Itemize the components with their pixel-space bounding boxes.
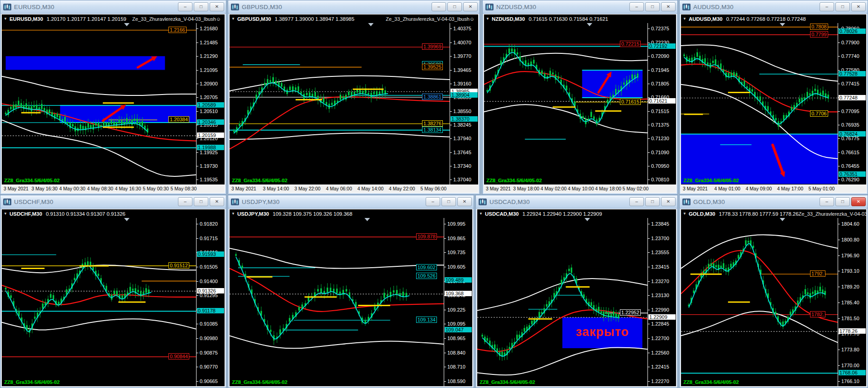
close-button[interactable]: ✕	[457, 197, 472, 206]
price-level-label[interactable]: 1.38134	[422, 127, 443, 133]
symbol-dropdown-caret[interactable]: ▼	[683, 212, 686, 216]
scale-tick: 1.23415	[648, 264, 669, 270]
price-level-label[interactable]: 109.602	[416, 264, 437, 270]
shift-end-marker[interactable]	[780, 218, 785, 221]
price-scale[interactable]: 1804.601800.801796.901793.101789.201785.…	[838, 218, 866, 386]
chart-window-icon	[3, 4, 11, 10]
shift-end-marker[interactable]	[364, 218, 370, 221]
close-button[interactable]: ✕	[661, 197, 676, 206]
price-scale[interactable]: 1.238451.237001.235551.234151.232701.231…	[647, 218, 676, 386]
price-level-label[interactable]: 1.22952	[620, 309, 641, 316]
restore-button[interactable]: □	[194, 197, 208, 206]
close-button[interactable]: ✕	[661, 2, 676, 11]
price-level-label[interactable]: 109.134	[416, 317, 437, 323]
restore-button[interactable]: □	[835, 197, 850, 206]
minimize-button[interactable]: –	[178, 2, 192, 11]
scale-tick: 1.20510	[197, 109, 218, 114]
minimize-button[interactable]: –	[820, 2, 834, 11]
price-level-label[interactable]: 0.91512	[168, 262, 189, 269]
scale-tick: 1.39160	[450, 81, 471, 86]
restore-button[interactable]: □	[441, 197, 456, 206]
price-badge: 109.047	[445, 327, 472, 332]
restore-button[interactable]: □	[645, 197, 660, 206]
price-scale[interactable]: 1.403751.400701.397701.394651.391601.388…	[450, 23, 478, 185]
chart-plot-area[interactable]: ZZ8_Gra334-5/6/4/05-02	[2, 23, 196, 185]
restore-button[interactable]: □	[447, 2, 462, 11]
price-level-label[interactable]: 0.90844	[168, 353, 189, 360]
close-button[interactable]: ✕	[210, 197, 224, 206]
scale-tick: 1.19730	[197, 163, 218, 169]
price-level-label[interactable]: 0.7799	[810, 31, 828, 38]
chart-plot-area[interactable]: ZZ8_Gra334-5/6/4/05-02	[230, 218, 444, 386]
window-titlebar[interactable]: AUDUSD,M30 – □ ✕	[680, 0, 868, 14]
window-titlebar[interactable]: EURUSD,M30 – □ ✕	[0, 0, 226, 14]
time-axis[interactable]: 3 May 20213 May 14:003 May 22:004 May 06…	[230, 185, 478, 193]
close-button[interactable]: ✕	[463, 2, 478, 11]
minimize-button[interactable]: –	[820, 197, 834, 206]
window-titlebar[interactable]: NZDUSD,M30 – □ ✕	[483, 0, 677, 14]
price-level-label[interactable]: 0.71615	[620, 99, 641, 105]
minimize-button[interactable]: –	[426, 197, 440, 206]
symbol-dropdown-caret[interactable]: ▼	[231, 17, 235, 21]
price-level-label[interactable]: 1792.	[810, 270, 825, 277]
shift-end-marker[interactable]	[124, 218, 129, 221]
chart-plot-area[interactable]: ZZ8_Gra334-5/6/4/05-02	[681, 23, 838, 185]
price-level-label[interactable]: 1.38276	[422, 120, 443, 127]
chart-plot-area[interactable]: ZZ8_Gra334-5/6/4/05-02 закрыто	[477, 218, 647, 386]
chart-plot-area[interactable]: ZZ8_Gra334-5/6/4/05-02	[681, 218, 838, 386]
price-level-label[interactable]: 1782.	[810, 311, 825, 317]
symbol-dropdown-caret[interactable]: ▼	[231, 212, 235, 216]
window-titlebar[interactable]: USDCHF,M30 – □ ✕	[0, 195, 226, 208]
chart-plot-area[interactable]: ZZ8_Gra334-5/6/4/05-02	[230, 23, 450, 185]
price-level-label[interactable]: 1.39525	[422, 64, 443, 70]
price-level-label[interactable]: 0.7706	[810, 110, 828, 117]
shift-end-marker[interactable]	[780, 23, 785, 26]
symbol-dropdown-caret[interactable]: ▼	[479, 212, 483, 216]
price-level-label[interactable]: 109.526	[416, 273, 437, 279]
minimize-button[interactable]: –	[432, 2, 446, 11]
symbol-dropdown-caret[interactable]: ▼	[486, 17, 489, 21]
scale-tick: 1.23270	[648, 279, 669, 284]
price-scale[interactable]: 0.723750.722300.720900.719450.718050.716…	[647, 23, 676, 185]
window-titlebar[interactable]: USDJPY,M30 – □ ✕	[228, 195, 474, 208]
chart-plot-area[interactable]: ZZ8_Gra334-5/6/4/05-02	[2, 218, 196, 386]
shift-end-marker[interactable]	[124, 23, 129, 26]
time-axis[interactable]: 3 May 20213 May 16:304 May 00:304 May 08…	[2, 185, 225, 193]
symbol-dropdown-caret[interactable]: ▼	[683, 17, 686, 21]
shift-end-marker[interactable]	[368, 23, 374, 26]
symbol-dropdown-caret[interactable]: ▼	[4, 17, 7, 21]
window-titlebar[interactable]: GOLD,M30 – □ ✕	[680, 195, 868, 208]
shift-end-marker[interactable]	[587, 23, 592, 26]
time-axis[interactable]: 3 May 20213 May 18:004 May 02:004 May 10…	[484, 185, 676, 193]
price-level-label[interactable]: 1.2166	[168, 27, 187, 33]
price-scale[interactable]: 0.780600.779000.777400.775800.774150.772…	[838, 23, 866, 185]
close-button[interactable]: ✕	[851, 197, 866, 206]
scale-tick: 1.23555	[648, 250, 669, 255]
minimize-button[interactable]: –	[629, 197, 644, 206]
window-titlebar[interactable]: GBPUSD,M30 – □ ✕	[228, 0, 480, 14]
restore-button[interactable]: □	[645, 2, 660, 11]
price-level-label[interactable]: 0.7808	[810, 24, 828, 30]
price-level-label[interactable]: 1.20384	[168, 116, 189, 123]
price-level-label[interactable]: 1.39969	[422, 43, 443, 50]
price-level-label[interactable]: 109.878	[416, 233, 437, 240]
shift-end-marker[interactable]	[585, 218, 590, 221]
close-button[interactable]: ✕	[210, 2, 224, 11]
minimize-button[interactable]: –	[629, 2, 644, 11]
price-scale[interactable]: 0.918200.917150.916100.915050.914000.912…	[196, 218, 225, 386]
price-scale[interactable]: 109.995109.865109.735109.605109.475109.3…	[444, 218, 472, 386]
quote-dataline: ▼ EURUSD,M30 1.20170 1.20177 1.20147 1.2…	[2, 14, 225, 23]
quote-dataline: ▼ USDCAD,M30 1.22924 1.22940 1.22900 1.2…	[477, 209, 676, 218]
price-level-label[interactable]: 0.72215	[620, 41, 641, 47]
restore-button[interactable]: □	[835, 2, 850, 11]
price-scale[interactable]: 1.216801.214851.212901.210951.209001.207…	[196, 23, 225, 185]
window-titlebar[interactable]: USDCAD,M30 – □ ✕	[476, 195, 677, 208]
time-axis[interactable]: 3 May 20214 May 01:004 May 09:004 May 17…	[681, 185, 866, 193]
restore-button[interactable]: □	[194, 2, 208, 11]
chart-window-icon	[682, 4, 691, 10]
symbol-dropdown-caret[interactable]: ▼	[4, 212, 7, 216]
minimize-button[interactable]: –	[178, 197, 192, 206]
close-button[interactable]: ✕	[851, 2, 866, 11]
price-level-label[interactable]: 1.38861	[422, 94, 443, 100]
scale-tick: 1793.10	[838, 268, 859, 274]
